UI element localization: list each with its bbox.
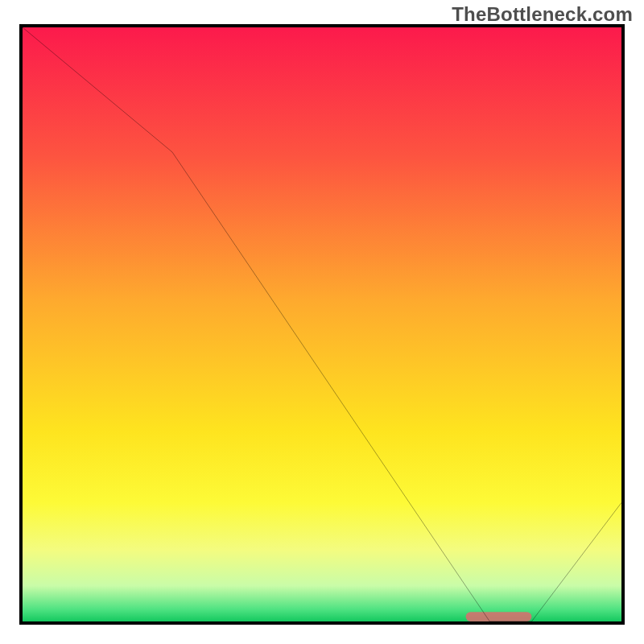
optimal-range-marker [466,612,532,621]
chart-svg [23,27,621,621]
watermark-text: TheBottleneck.com [452,3,633,26]
chart-container: TheBottleneck.com [0,0,644,644]
chart-background [23,27,621,621]
plot-area [19,24,625,625]
